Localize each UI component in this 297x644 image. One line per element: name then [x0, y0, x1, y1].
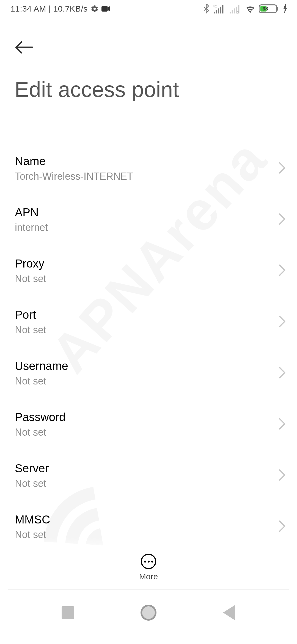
- row-label: Port: [15, 308, 275, 321]
- nav-home-button[interactable]: [132, 605, 165, 621]
- more-label: More: [139, 572, 158, 581]
- settings-list: Name Torch-Wireless-INTERNET APN interne…: [0, 143, 297, 590]
- bluetooth-icon: [203, 4, 210, 13]
- svg-text:38: 38: [263, 6, 268, 12]
- row-label: APN: [15, 206, 275, 219]
- row-value: Not set: [15, 273, 275, 285]
- back-button[interactable]: [14, 37, 34, 57]
- square-icon: [62, 606, 74, 619]
- wifi-icon: [245, 4, 256, 13]
- svg-rect-4: [218, 8, 219, 13]
- row-apn[interactable]: APN internet: [0, 194, 297, 245]
- row-value: internet: [15, 222, 275, 233]
- row-label: Password: [15, 411, 275, 424]
- row-value: Not set: [15, 375, 275, 387]
- svg-rect-6: [222, 5, 224, 13]
- svg-rect-7: [230, 12, 231, 13]
- status-time: 11:34 AM | 10.7KB/s: [10, 4, 88, 13]
- nav-back-button[interactable]: [213, 605, 246, 620]
- svg-text:4G: 4G: [213, 4, 217, 8]
- svg-rect-5: [220, 7, 221, 13]
- status-right: 4G x 38: [203, 4, 288, 13]
- arrow-left-icon: [15, 41, 33, 54]
- svg-rect-3: [216, 10, 217, 13]
- gear-icon: [90, 5, 99, 13]
- nav-recents-button[interactable]: [51, 606, 84, 619]
- row-label: Proxy: [15, 257, 275, 270]
- svg-rect-0: [101, 6, 108, 12]
- svg-rect-8: [232, 10, 233, 13]
- row-value: Torch-Wireless-INTERNET: [15, 171, 275, 182]
- row-value: Not set: [15, 427, 275, 438]
- row-proxy[interactable]: Proxy Not set: [0, 245, 297, 296]
- app-body: APNArena Edit access point Name Torch-Wi…: [0, 18, 297, 590]
- row-value: Not set: [15, 324, 275, 336]
- chevron-right-icon: [278, 213, 286, 226]
- page-title: Edit access point: [15, 77, 179, 102]
- chevron-right-icon: [278, 520, 286, 533]
- chevron-right-icon: [278, 264, 286, 277]
- svg-text:x: x: [237, 10, 239, 13]
- svg-rect-9: [234, 8, 235, 13]
- more-button[interactable]: [141, 554, 156, 569]
- row-password[interactable]: Password Not set: [0, 399, 297, 450]
- navigation-bar: [0, 590, 297, 644]
- circle-icon: [141, 605, 156, 621]
- row-label: MMSC: [15, 513, 275, 526]
- row-server[interactable]: Server Not set: [0, 450, 297, 501]
- camera-icon: [101, 5, 111, 12]
- more-bar: More: [0, 537, 297, 590]
- row-value: Not set: [15, 478, 275, 489]
- charging-icon: [283, 4, 288, 13]
- svg-rect-2: [214, 12, 215, 13]
- battery-icon: 38: [259, 4, 279, 13]
- chevron-right-icon: [278, 418, 286, 431]
- row-name[interactable]: Name Torch-Wireless-INTERNET: [0, 143, 297, 194]
- chevron-right-icon: [278, 469, 286, 482]
- triangle-left-icon: [223, 605, 235, 620]
- row-username[interactable]: Username Not set: [0, 348, 297, 399]
- svg-rect-14: [277, 7, 278, 11]
- chevron-right-icon: [278, 315, 286, 329]
- chevron-right-icon: [278, 162, 286, 175]
- row-label: Name: [15, 155, 275, 168]
- row-label: Username: [15, 359, 275, 373]
- chevron-right-icon: [278, 367, 286, 380]
- row-label: Server: [15, 462, 275, 475]
- row-port[interactable]: Port Not set: [0, 296, 297, 348]
- signal-nosim-icon: x: [229, 4, 241, 13]
- status-left: 11:34 AM | 10.7KB/s: [10, 4, 111, 13]
- status-bar: 11:34 AM | 10.7KB/s 4G x 38: [0, 0, 297, 18]
- signal-4g-icon: 4G: [213, 4, 226, 13]
